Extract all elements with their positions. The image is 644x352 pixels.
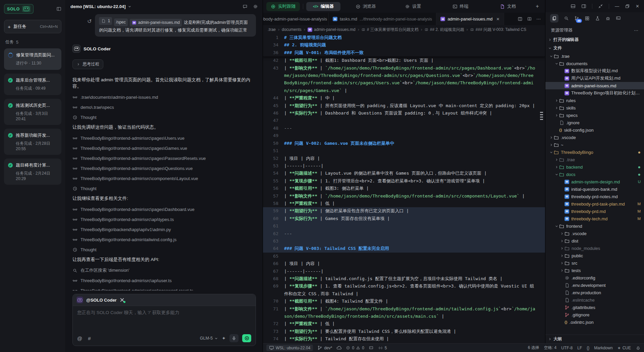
close-tab-icon[interactable]: ✕	[496, 17, 500, 21]
context-chip[interactable]: admin-panel-issues.md	[130, 19, 182, 27]
context-button[interactable]: #	[88, 336, 91, 341]
antenna-indicator[interactable]: 5	[378, 345, 387, 350]
thought-item[interactable]: Thought	[72, 246, 256, 253]
tree-file[interactable]: 用户认证API开发规划.md	[545, 75, 644, 82]
workspace-search[interactable]: 在工作区搜索 'dimension'	[72, 267, 256, 274]
tree-folder[interactable]: .vscode	[545, 230, 644, 237]
referenced-file[interactable]: .trae\documents\admin-panel-issues.md	[72, 94, 256, 100]
format-indicator[interactable]: {}	[587, 346, 589, 350]
new-chat-icon[interactable]	[243, 4, 248, 9]
tree-file[interactable]: ThreeBody Bingo项目初始化计划.md	[545, 89, 644, 97]
task-card[interactable]: ✓推荐新功能开发...任务完成 · 2月28日 20:55	[4, 129, 61, 155]
tree-folder[interactable]: src	[545, 259, 644, 267]
tree-file[interactable]: admin-system-design.mdU	[545, 178, 644, 185]
maximize-icon[interactable]	[625, 4, 630, 9]
task-card[interactable]: ✓推送测试历史页...任务完成 · 3月3日 20:41	[4, 99, 61, 125]
tree-folder[interactable]: docs●	[545, 171, 644, 178]
model-selector[interactable]: GLM-5	[200, 336, 218, 341]
sync-status[interactable]	[336, 345, 341, 350]
eol-indicator[interactable]: LF	[577, 346, 582, 350]
context-chip[interactable]: 1	[99, 17, 112, 25]
sidebar-toggle-icon[interactable]	[56, 6, 61, 11]
close-icon[interactable]: ✕	[636, 4, 639, 9]
tree-folder[interactable]: node_modules	[545, 245, 644, 252]
referenced-file[interactable]: ThreeBodyBingo\frontend-admin\src\api\us…	[72, 277, 256, 284]
mode-tab-docs[interactable]: 文档	[486, 2, 530, 11]
referenced-file[interactable]: ThreeBodyBingo\frontend-admin\src\pages\…	[72, 145, 256, 151]
referenced-file[interactable]: ThreeBodyBingo\frontend-admin\src\pages\…	[72, 165, 256, 172]
tree-folder[interactable]: backend●	[545, 163, 644, 171]
chat-settings-icon[interactable]	[253, 4, 258, 9]
section-files[interactable]: 文件	[545, 44, 644, 52]
tree-file[interactable]: initial-question-bank.md	[545, 185, 644, 193]
stop-button[interactable]	[242, 334, 251, 342]
tree-file[interactable]: skill-config.json	[545, 126, 644, 134]
referenced-file[interactable]: demo\.trae\specs	[72, 104, 256, 111]
referenced-file[interactable]: ThreeBodyBingo\frontend-admin\src\pages\…	[72, 206, 256, 213]
activity-testing[interactable]	[595, 16, 600, 21]
mode-tab-editor[interactable]: </>编辑器	[306, 2, 340, 11]
activity-search[interactable]	[564, 16, 569, 21]
tree-folder[interactable]: skills	[545, 104, 644, 112]
explorer-more-icon[interactable]: ⋯	[634, 28, 639, 33]
notifications-icon[interactable]	[636, 345, 641, 350]
remote-indicator[interactable]: WSL: ubuntu-22.04	[266, 345, 313, 351]
selection-count[interactable]: 6 选择	[528, 345, 539, 351]
tree-file[interactable]: .ignore	[545, 119, 644, 126]
tree-file[interactable]: admin-panel-issues.md	[545, 82, 644, 89]
git-branch[interactable]: dev*	[317, 345, 332, 350]
section-open-editors[interactable]: 打开的编辑器	[545, 36, 644, 44]
problems-indicator[interactable]: 0 0	[346, 346, 364, 350]
restore-window-icon[interactable]	[598, 4, 603, 9]
encoding-indicator[interactable]: UTF-8	[561, 346, 573, 350]
referenced-file[interactable]: ThreeBodyBingo\frontend-admin\src\api\pa…	[72, 287, 256, 291]
tree-folder[interactable]: .trae	[545, 156, 644, 163]
activity-extensions[interactable]	[585, 16, 590, 21]
thought-item[interactable]: Thought	[72, 185, 256, 192]
enhance-icon[interactable]: ✦	[222, 336, 226, 341]
mic-button[interactable]	[229, 334, 238, 342]
minimize-icon[interactable]: —	[615, 4, 619, 9]
tree-folder[interactable]: documents	[545, 60, 644, 67]
breadcrumb-item[interactable]: ### 问题 V-003: Tailwind CS	[470, 27, 526, 33]
referenced-file[interactable]: ThreeBodyBingo\frontend-admin\src\api\ty…	[72, 216, 256, 223]
mode-tab-follow[interactable]: 实时跟随	[266, 2, 300, 11]
tree-folder[interactable]: dist	[545, 237, 644, 245]
tree-folder[interactable]: ThreeBodyBingo●	[545, 148, 644, 156]
tree-file[interactable]: .env.production	[545, 289, 644, 296]
chevron-down-icon[interactable]	[128, 5, 131, 8]
open-preview-icon[interactable]	[527, 16, 532, 21]
tree-file[interactable]: .editorconfig	[545, 274, 644, 281]
tree-folder[interactable]: .trae	[545, 52, 644, 60]
language-indicator[interactable]: Markdown	[594, 346, 612, 350]
task-card[interactable]: ✓题库后台管理系...任务完成 · 09:49	[4, 74, 61, 95]
referenced-file[interactable]: ThreeBodyBingo\frontend-admin\src\pages\…	[72, 135, 256, 141]
indent-indicator[interactable]: 空格: 4	[544, 345, 556, 351]
restore-checkpoint-icon[interactable]: ↺	[87, 18, 92, 25]
tree-file[interactable]: threebody-tech.mdM	[545, 215, 644, 222]
split-editor-icon[interactable]	[518, 16, 523, 21]
tree-folder[interactable]: specs	[545, 112, 644, 119]
mention-button[interactable]: @	[77, 336, 82, 341]
breadcrumb-item[interactable]: admin-panel-issues.md	[308, 27, 356, 32]
context-chip[interactable]: /spec	[114, 18, 128, 26]
thought-item[interactable]: Thought	[72, 114, 256, 121]
section-outline[interactable]: 大纲	[545, 335, 644, 343]
thought-process-toggle[interactable]: 思考过程	[72, 59, 103, 69]
tree-file[interactable]: .gitignore	[545, 311, 644, 318]
editor-tab[interactable]: hreebody-admin-panel-issue-analysis	[263, 13, 329, 25]
toggle-panel-icon[interactable]	[571, 4, 576, 9]
tree-file[interactable]: .gitattributes	[545, 304, 644, 311]
task-card[interactable]: 修复管理员页面问...进行中 · 11:30	[4, 48, 61, 70]
mode-tab-settings[interactable]: 设置	[391, 2, 435, 11]
mode-tab-browser[interactable]: 浏览器	[343, 2, 388, 11]
more-actions-icon[interactable]: ⋯	[536, 16, 541, 21]
activity-debug[interactable]	[605, 16, 610, 21]
ports-indicator[interactable]	[369, 345, 374, 350]
referenced-file[interactable]: ThreeBodyBingo\backend\app\api\v1\admin.…	[72, 226, 256, 233]
workspace-title[interactable]: demo [WSL: ubuntu-22.04]	[70, 4, 126, 9]
new-task-button[interactable]: + 新任务 Ctrl+Alt+N	[4, 20, 61, 33]
tree-file[interactable]: .oxlintrc.json	[545, 318, 644, 326]
tree-file[interactable]: 数据库模型设计规划.md	[545, 67, 644, 75]
tree-folder[interactable]: rules	[545, 97, 644, 104]
